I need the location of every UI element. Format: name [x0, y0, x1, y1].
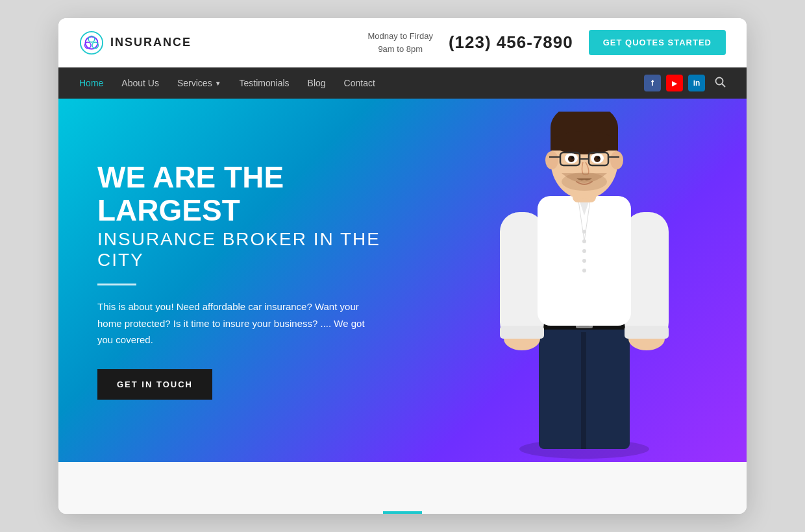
nav-item-home[interactable]: Home: [79, 77, 103, 89]
hero-content: WE ARE THE LARGEST INSURANCE BROKER IN T…: [58, 122, 435, 439]
phone-number[interactable]: (123) 456-7890: [449, 32, 573, 53]
svg-rect-27: [625, 326, 669, 339]
nav-link-blog[interactable]: Blog: [308, 78, 326, 88]
svg-point-34: [610, 151, 623, 169]
svg-point-39: [571, 156, 574, 159]
svg-line-6: [723, 84, 725, 87]
hours-line1: Modnay to Firday: [367, 30, 432, 43]
svg-point-5: [716, 78, 723, 85]
browser-window: INSURANCE Modnay to Firday 9am to 8pm (1…: [58, 18, 747, 514]
hours-text: Modnay to Firday 9am to 8pm: [367, 30, 432, 55]
svg-point-0: [80, 31, 103, 53]
nav-item-services[interactable]: Services ▼: [177, 78, 221, 88]
svg-point-25: [582, 269, 586, 272]
logo-icon: [79, 30, 104, 55]
hero-section: WE ARE THE LARGEST INSURANCE BROKER IN T…: [58, 99, 747, 462]
svg-rect-26: [500, 326, 544, 339]
services-dropdown-arrow: ▼: [215, 80, 221, 87]
svg-point-23: [582, 249, 586, 253]
logo-text: INSURANCE: [110, 36, 192, 49]
top-bar: INSURANCE Modnay to Firday 9am to 8pm (1…: [58, 18, 747, 67]
get-quotes-button[interactable]: GET QUOTES STARTED: [589, 30, 726, 55]
logo-area: INSURANCE: [79, 30, 192, 55]
contact-area: Modnay to Firday 9am to 8pm (123) 456-78…: [367, 30, 726, 55]
hero-title-sub: INSURANCE BROKER IN THE CITY: [97, 229, 396, 271]
svg-rect-9: [581, 332, 586, 449]
youtube-icon[interactable]: ▶: [666, 75, 683, 91]
svg-point-38: [594, 156, 601, 162]
svg-point-33: [545, 151, 558, 169]
nav-link-home[interactable]: Home: [79, 78, 103, 88]
svg-point-37: [568, 156, 575, 162]
svg-point-46: [562, 173, 607, 191]
svg-rect-13: [500, 212, 544, 342]
nav-link-testimonials[interactable]: Testimonials: [240, 78, 290, 88]
nav-item-contact[interactable]: Contact: [344, 77, 375, 89]
nav-item-testimonials[interactable]: Testimonials: [240, 77, 290, 89]
bottom-teaser: [58, 462, 747, 514]
nav-link-contact[interactable]: Contact: [344, 78, 375, 88]
svg-point-22: [582, 239, 586, 243]
svg-point-1: [86, 36, 98, 49]
hours-line2: 9am to 8pm: [367, 43, 432, 56]
teaser-accent-line: [383, 511, 422, 514]
search-icon[interactable]: [714, 76, 726, 90]
hero-person-image: [461, 112, 708, 462]
nav-item-blog[interactable]: Blog: [308, 77, 326, 89]
navbar: Home About Us Services ▼ Testimonials Bl…: [58, 67, 747, 99]
nav-item-about[interactable]: About Us: [121, 77, 159, 89]
svg-point-24: [582, 259, 586, 263]
svg-point-21: [582, 230, 586, 234]
hero-divider: [97, 284, 136, 285]
facebook-icon[interactable]: f: [644, 75, 661, 91]
nav-social: f ▶ in: [644, 75, 726, 91]
svg-point-32: [552, 131, 617, 154]
svg-rect-15: [625, 212, 669, 342]
get-in-touch-button[interactable]: GET IN TOUCH: [97, 369, 212, 400]
person-svg: [461, 112, 708, 462]
hero-title-main: WE ARE THE LARGEST: [97, 161, 396, 226]
svg-point-40: [597, 156, 600, 159]
nav-link-services[interactable]: Services ▼: [177, 78, 221, 88]
nav-links: Home About Us Services ▼ Testimonials Bl…: [79, 77, 375, 89]
hero-description: This is about you! Need affordable car i…: [97, 298, 370, 348]
nav-link-about[interactable]: About Us: [121, 78, 159, 88]
linkedin-icon[interactable]: in: [688, 75, 705, 91]
